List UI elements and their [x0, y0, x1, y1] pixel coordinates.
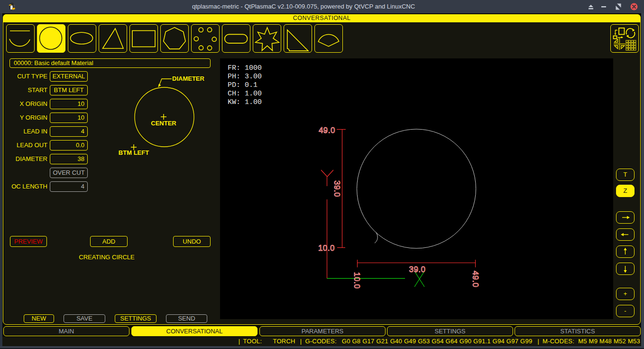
svg-text:CH: 1.00: CH: 1.00 [228, 90, 262, 98]
svg-text:PH: 3.00: PH: 3.00 [228, 73, 262, 81]
svg-text:FR: 1000: FR: 1000 [228, 64, 262, 72]
svg-text:BTM LEFT: BTM LEFT [119, 149, 149, 156]
svg-text:39.0: 39.0 [332, 180, 341, 197]
svg-text:39.0: 39.0 [409, 265, 425, 274]
svg-text:KW: 1.00: KW: 1.00 [228, 98, 262, 106]
svg-text:10.0: 10.0 [318, 244, 335, 253]
svg-text:DIAMETER: DIAMETER [172, 75, 205, 82]
svg-text:CENTER: CENTER [151, 120, 176, 127]
svg-text:49.0: 49.0 [319, 126, 335, 135]
svg-text:PD: 0.1: PD: 0.1 [228, 81, 258, 89]
svg-text:10.0: 10.0 [352, 272, 361, 289]
svg-text:49.0: 49.0 [471, 271, 480, 287]
